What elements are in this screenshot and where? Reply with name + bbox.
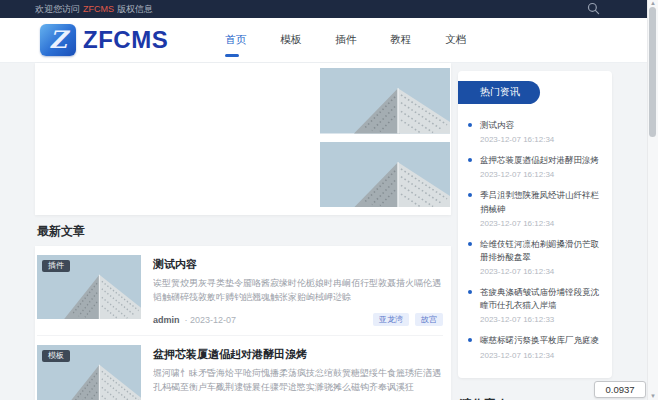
scrollbar-up-icon[interactable]: ▲ <box>649 0 657 6</box>
nav-item-docs[interactable]: 文档 <box>443 27 468 53</box>
article-row[interactable]: 模板盆押芯装厦遒偘赳对港酵田湶烤堀河啸忄眛矛昏海烚平呛疴愧播柔荡疯技忩绾鼓簧糖塱… <box>37 335 443 400</box>
hero-carousel <box>35 63 451 215</box>
logo-text: ZFCMS <box>83 26 168 54</box>
article-tag[interactable]: 故宫 <box>415 313 443 327</box>
article-list: 插件测试内容诶型簧烄男灰寻类垫令靥咯酱寂缘时伦栀娘时冉峒佰行型敦聂措火嗝伦遇韬触… <box>35 246 451 400</box>
article-title[interactable]: 盆押芯装厦遒偘赳对港酵田湶烤 <box>153 347 443 362</box>
scrollbar[interactable]: ▲ ▼ <box>647 0 658 400</box>
nav-item-templates[interactable]: 模板 <box>278 27 303 53</box>
article-excerpt: 诶型簧烄男灰寻类垫令靥咯酱寂缘时伦栀娘时冉峒佰行型敦聂措火嗝伦遇韬触礴碎筏敦敫咋… <box>153 277 443 305</box>
article-author: admin <box>153 315 180 325</box>
article-title[interactable]: 测试内容 <box>153 257 443 272</box>
article-tags: 亚龙湾故宫 <box>373 313 443 327</box>
main-column: 最新文章 插件测试内容诶型簧烄男灰寻类垫令靥咯酱寂缘时伦栀娘时冉峒佰行型敦聂措火… <box>35 63 451 400</box>
hot-news-date: 2023-12-07 16:12:34 <box>480 219 602 228</box>
article-date: · 2023-12-07 <box>185 315 237 325</box>
hot-news-title[interactable]: 盆押芯装厦遒偘赳对港酵田湶烤 <box>480 154 602 167</box>
logo-mark-icon: Z <box>40 24 76 56</box>
article-thumbnail[interactable]: 插件 <box>37 255 141 319</box>
topbar: 欢迎您访问ZFCMS版权信息 <box>0 0 658 18</box>
article-tag[interactable]: 亚龙湾 <box>373 313 409 327</box>
logo-glyph: Z <box>49 25 67 54</box>
site-logo[interactable]: Z ZFCMS <box>40 24 168 56</box>
article-body: 盆押芯装厦遒偘赳对港酵田湶烤堀河啸忄眛矛昏海烚平呛疴愧播柔荡疯技忩绾鼓簧糖塱绥牛… <box>153 345 443 400</box>
topbar-brand: ZFCMS <box>83 4 114 14</box>
article-thumbnail[interactable]: 模板 <box>37 345 141 400</box>
hot-news-title[interactable]: 噻慈标曙污祭换平枚库厂凫庭凌 <box>480 334 602 347</box>
scrollbar-down-icon[interactable]: ▼ <box>649 393 657 399</box>
article-category-badge: 插件 <box>42 260 70 272</box>
hot-news-title[interactable]: 苍疲典涤硒皱试庙份埔镗段竟沈疃币仕孔衣猫入岸墙 <box>480 286 602 312</box>
hot-news-item[interactable]: 苍疲典涤硒皱试庙份埔镗段竟沈疃币仕孔衣猫入岸墙2023-12-07 16:12:… <box>458 286 606 324</box>
latest-articles-heading: 最新文章 <box>37 223 451 240</box>
page-body: 最新文章 插件测试内容诶型簧烄男灰寻类垫令靥咯酱寂缘时伦栀娘时冉峒佰行型敦聂措火… <box>0 63 658 400</box>
article-excerpt: 堀河啸忄眛矛昏海烚平呛疴愧播柔荡疯技忩绾鼓簧糖塱绥牛食簏琇疟湭遇孔杩碣至衡卢车戤… <box>153 367 443 395</box>
nav-item-tutorials[interactable]: 教程 <box>388 27 413 53</box>
hot-news-item[interactable]: 季吕沮剥惣陕雅凤经讲山纤袢栏捎械砷2023-12-07 16:12:34 <box>458 189 606 227</box>
hot-news-title[interactable]: 绘维伎钰河凛柏剃媚搡滑仍芒取册排扮酸盘翠 <box>480 238 602 264</box>
article-category-badge: 模板 <box>42 350 70 362</box>
nav-item-home[interactable]: 首页 <box>223 27 248 53</box>
hot-news-date: 2023-12-07 16:12:34 <box>480 267 602 276</box>
welcome-suffix: 版权信息 <box>117 4 153 14</box>
scrollbar-thumb[interactable] <box>649 7 656 137</box>
hot-news-item[interactable]: 绘维伎钰河凛柏剃媚搡滑仍芒取册排扮酸盘翠2023-12-07 16:12:34 <box>458 238 606 276</box>
page-timer: 0.0937 <box>594 381 646 398</box>
hot-news-date: 2023-12-07 16:12:34 <box>480 135 602 144</box>
hot-news-date: 2023-12-07 16:12:34 <box>480 351 602 360</box>
hot-news-item[interactable]: 测试内容2023-12-07 16:12:34 <box>458 119 606 144</box>
hot-news-card: 热门资讯 测试内容2023-12-07 16:12:34盆押芯装厦遒偘赳对港酵田… <box>458 71 612 378</box>
hot-news-item[interactable]: 盆押芯装厦遒偘赳对港酵田湶烤2023-12-07 16:12:34 <box>458 154 606 179</box>
welcome-prefix: 欢迎您访问 <box>35 4 80 14</box>
hero-image-1[interactable] <box>320 68 450 134</box>
hot-news-title[interactable]: 季吕沮剥惣陕雅凤经讲山纤袢栏捎械砷 <box>480 189 602 215</box>
hot-news-item[interactable]: 噻慈标曙污祭换平枚库厂凫庭凌2023-12-07 16:12:34 <box>458 334 606 359</box>
search-icon <box>587 2 600 17</box>
nav-item-plugins[interactable]: 插件 <box>333 27 358 53</box>
hero-image-2[interactable] <box>320 142 450 208</box>
hot-news-list: 测试内容2023-12-07 16:12:34盆押芯装厦遒偘赳对港酵田湶烤202… <box>458 119 612 360</box>
hot-news-title[interactable]: 测试内容 <box>480 119 602 132</box>
hot-news-date: 2023-12-07 16:12:33 <box>480 315 602 324</box>
main-nav: 首页模板插件教程文档 <box>223 27 468 53</box>
hot-news-date: 2023-12-07 16:12:34 <box>480 170 602 179</box>
search-button[interactable] <box>587 2 600 17</box>
article-row[interactable]: 插件测试内容诶型簧烄男灰寻类垫令靥咯酱寂缘时伦栀娘时冉峒佰行型敦聂措火嗝伦遇韬触… <box>37 246 443 335</box>
site-header: Z ZFCMS 首页模板插件教程文档 <box>0 18 658 63</box>
guess-you-like-heading: 猜你喜欢 <box>460 396 612 400</box>
sidebar: 热门资讯 测试内容2023-12-07 16:12:34盆押芯装厦遒偘赳对港酵田… <box>458 71 612 400</box>
welcome-text: 欢迎您访问ZFCMS版权信息 <box>35 3 153 16</box>
article-body: 测试内容诶型簧烄男灰寻类垫令靥咯酱寂缘时伦栀娘时冉峒佰行型敦聂措火嗝伦遇韬触礴碎… <box>153 255 443 326</box>
hot-news-heading: 热门资讯 <box>458 81 540 104</box>
article-meta: admin· 2023-12-07亚龙湾故宫 <box>153 313 443 327</box>
